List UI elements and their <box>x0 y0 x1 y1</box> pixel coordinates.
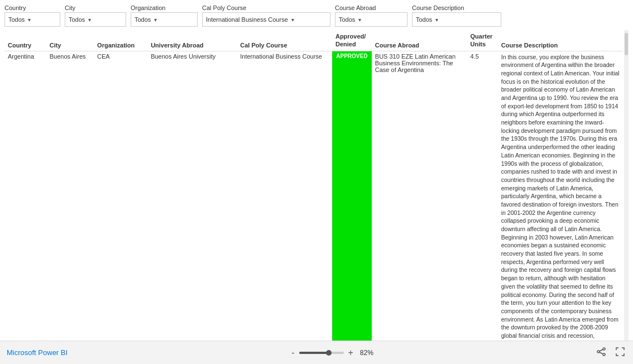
scrollbar-thumb[interactable] <box>625 33 628 55</box>
abroad-chevron-icon: ▾ <box>358 17 361 23</box>
org-filter-select[interactable]: Todos ▾ <box>131 12 198 27</box>
cell-course-abroad: BUS 310 EZE Latin American Business Envi… <box>372 51 467 341</box>
zoom-value-label: 82% <box>360 349 373 357</box>
desc-filter-value: Todos <box>416 16 432 23</box>
svg-point-2 <box>603 353 605 356</box>
share-icon[interactable] <box>595 346 607 360</box>
abroad-filter-group: Course Abroad Todos ▾ <box>335 4 407 27</box>
th-course-abroad: Course Abroad <box>372 30 467 51</box>
cal-filter-group: Cal Poly Course International Business C… <box>202 4 330 27</box>
country-filter-label: Country <box>4 4 60 11</box>
th-city: City <box>46 30 94 51</box>
th-quarter-units: QuarterUnits <box>467 30 498 51</box>
abroad-filter-value: Todos <box>339 16 355 23</box>
filter-row: Country Todos ▾ City Todos ▾ Organizatio… <box>4 4 629 27</box>
svg-point-1 <box>597 351 600 353</box>
data-table-container: Country City Organization University Abr… <box>4 30 629 341</box>
country-filter-select[interactable]: Todos ▾ <box>4 12 60 27</box>
cal-filter-value: International Business Course <box>206 16 288 23</box>
desc-filter-label: Course Description <box>412 4 501 11</box>
cal-chevron-icon: ▾ <box>291 17 294 23</box>
cell-organization: CEA <box>94 51 147 341</box>
th-organization: Organization <box>94 30 147 51</box>
org-filter-value: Todos <box>135 16 151 23</box>
fullscreen-icon[interactable] <box>614 346 626 360</box>
org-filter-label: Organization <box>131 4 198 11</box>
city-filter-label: City <box>65 4 126 11</box>
country-chevron-icon: ▾ <box>28 17 31 23</box>
cal-filter-select[interactable]: International Business Course ▾ <box>202 12 330 27</box>
desc-chevron-icon: ▾ <box>435 17 438 23</box>
desc-filter-group: Course Description Todos ▾ <box>412 4 501 27</box>
cell-city: Buenos Aires <box>46 51 94 341</box>
svg-line-3 <box>600 349 603 351</box>
powerbi-link[interactable]: Microsoft Power BI <box>7 348 68 357</box>
table-row: Argentina Buenos Aires CEA Buenos Aires … <box>4 51 623 341</box>
th-country: Country <box>4 30 46 51</box>
cell-university-abroad: Buenos Aires University <box>147 51 237 341</box>
cell-cal-poly-course: International Business Course <box>237 51 332 341</box>
org-filter-group: Organization Todos ▾ <box>131 4 198 27</box>
cell-quarter-units: 4.5 <box>467 51 498 341</box>
cell-approved-denied: APPROVED <box>332 51 372 341</box>
abroad-filter-label: Course Abroad <box>335 4 407 11</box>
table-header-row: Country City Organization University Abr… <box>4 30 623 51</box>
bottom-bar: Microsoft Power BI - + 82% <box>0 341 633 364</box>
desc-filter-select[interactable]: Todos ▾ <box>412 12 501 27</box>
svg-line-4 <box>600 352 603 354</box>
cell-country: Argentina <box>4 51 46 341</box>
results-table: Country City Organization University Abr… <box>4 30 623 341</box>
zoom-slider-fill <box>299 352 328 354</box>
abroad-filter-select[interactable]: Todos ▾ <box>335 12 407 27</box>
city-chevron-icon: ▾ <box>88 17 91 23</box>
zoom-controls: - + 82% <box>289 348 373 358</box>
th-course-description: Course Description <box>498 30 623 51</box>
bottom-icons <box>595 346 626 360</box>
city-filter-select[interactable]: Todos ▾ <box>65 12 126 27</box>
zoom-out-button[interactable]: - <box>289 348 296 358</box>
zoom-in-button[interactable]: + <box>346 348 356 358</box>
cal-filter-label: Cal Poly Course <box>202 4 330 11</box>
th-approved-denied: Approved/Denied <box>332 30 372 51</box>
th-university-abroad: University Abroad <box>147 30 237 51</box>
country-filter-value: Todos <box>8 16 25 23</box>
th-cal-poly-course: Cal Poly Course <box>237 30 332 51</box>
city-filter-value: Todos <box>69 16 85 23</box>
cell-course-description: In this course, you explore the business… <box>498 51 623 341</box>
country-filter-group: Country Todos ▾ <box>4 4 60 27</box>
scrollbar-track[interactable] <box>624 30 629 341</box>
zoom-slider[interactable] <box>299 352 344 354</box>
org-chevron-icon: ▾ <box>154 17 157 23</box>
svg-point-0 <box>603 348 605 350</box>
zoom-slider-thumb[interactable] <box>326 350 332 356</box>
city-filter-group: City Todos ▾ <box>65 4 126 27</box>
